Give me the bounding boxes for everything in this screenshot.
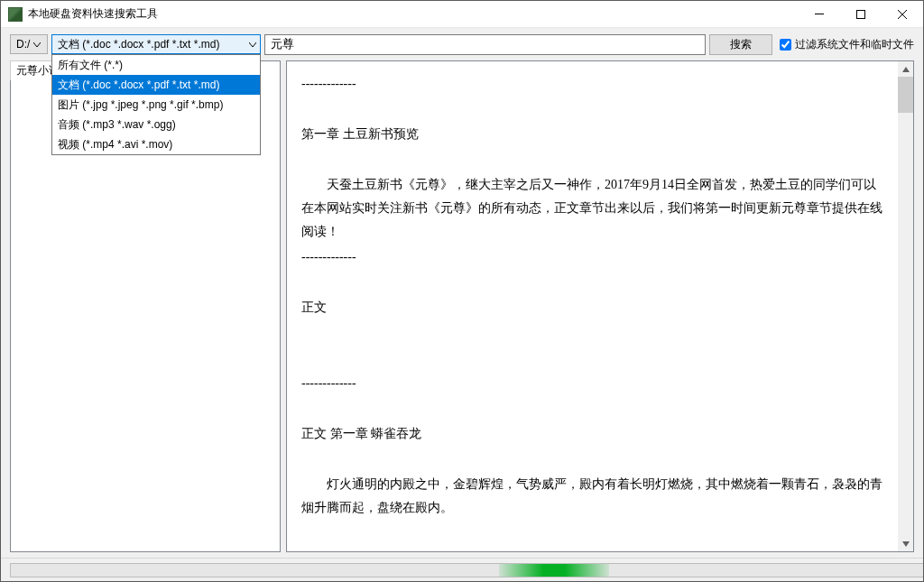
svg-rect-0 (815, 14, 824, 14)
app-icon (8, 7, 23, 22)
toolbar: D:/ 文档 (*.doc *.docx *.pdf *.txt *.md) 所… (1, 28, 923, 60)
filetype-option[interactable]: 音频 (*.mp3 *.wav *.ogg) (52, 115, 260, 134)
scroll-track[interactable] (898, 77, 913, 536)
content-line (301, 397, 883, 420)
filter-checkbox[interactable]: 过滤系统文件和临时文件 (780, 37, 914, 52)
scroll-up-button[interactable] (898, 61, 913, 77)
scroll-down-button[interactable] (898, 536, 913, 551)
filetype-value: 文档 (*.doc *.docx *.pdf *.txt *.md) (58, 37, 219, 52)
filetype-select-wrap: 文档 (*.doc *.docx *.pdf *.txt *.md) 所有文件 … (51, 34, 261, 54)
progress-fill (499, 564, 609, 577)
content-line (301, 346, 883, 370)
svg-rect-1 (857, 10, 865, 18)
content-line: 正文 第一章 蟒雀吞龙 (301, 422, 883, 446)
content-line (301, 97, 883, 121)
content-line (301, 522, 883, 545)
statusbar (1, 558, 923, 581)
content-line (301, 448, 883, 471)
content-line: 第一章 土豆新书预览 (301, 123, 883, 146)
filetype-option[interactable]: 视频 (*.mp4 *.avi *.mov) (52, 134, 260, 154)
scroll-thumb[interactable] (898, 77, 913, 113)
filetype-option[interactable]: 文档 (*.doc *.docx *.pdf *.txt *.md) (52, 75, 260, 95)
content-line (301, 321, 883, 345)
close-button[interactable] (882, 1, 923, 28)
content-line (301, 271, 883, 294)
progress-bar (10, 563, 924, 577)
filetype-option[interactable]: 图片 (*.jpg *.jpeg *.png *.gif *.bmp) (52, 95, 260, 115)
preview-pane: ------------- 第一章 土豆新书预览 天蚕土豆新书《元尊》，继大主宰… (286, 60, 914, 552)
content-line: ------------- (301, 245, 883, 269)
content-line: 正文 (301, 296, 883, 319)
filter-label: 过滤系统文件和临时文件 (795, 37, 914, 52)
content-line: 那是青檀石，燃烧起来会释放出异香，有着凝神静心之效，乃是修炼时必备之物，不过此物… (301, 547, 883, 551)
drive-value: D:/ (16, 38, 30, 51)
content-line (301, 148, 883, 171)
chevron-down-icon (33, 38, 41, 51)
content-line: 灯火通明的内殿之中，金碧辉煌，气势威严，殿内有着长明灯燃烧，其中燃烧着一颗青石，… (301, 473, 883, 520)
titlebar: 本地硬盘资料快速搜索工具 (1, 1, 923, 28)
minimize-button[interactable] (799, 1, 840, 28)
window-title: 本地硬盘资料快速搜索工具 (28, 6, 158, 22)
filetype-option[interactable]: 所有文件 (*.*) (52, 55, 260, 75)
search-button[interactable]: 搜索 (709, 34, 772, 55)
maximize-button[interactable] (840, 1, 882, 28)
filter-checkbox-input[interactable] (780, 39, 791, 51)
search-input[interactable] (264, 34, 706, 55)
chevron-down-icon (249, 38, 256, 51)
filetype-select[interactable]: 文档 (*.doc *.docx *.pdf *.txt *.md) (51, 34, 261, 54)
content-line: ------------- (301, 372, 883, 395)
content-line: 天蚕土豆新书《元尊》，继大主宰之后又一神作，2017年9月14日全网首发，热爱土… (301, 173, 883, 244)
content-line: ------------- (301, 72, 883, 96)
filetype-dropdown: 所有文件 (*.*) 文档 (*.doc *.docx *.pdf *.txt … (51, 54, 261, 155)
drive-select[interactable]: D:/ (10, 34, 48, 54)
vertical-scrollbar[interactable] (898, 61, 913, 551)
preview-content: ------------- 第一章 土豆新书预览 天蚕土豆新书《元尊》，继大主宰… (287, 61, 898, 551)
